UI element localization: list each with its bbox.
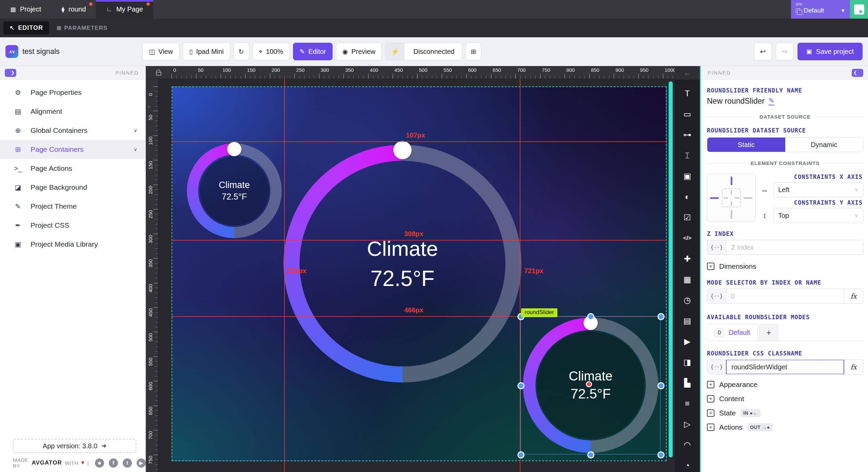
save-project-button[interactable]: ▣ Save project xyxy=(797,43,863,60)
editor-view-button[interactable]: ✎ Editor xyxy=(293,43,332,60)
sidebar-item-page-background[interactable]: ◪Page Background xyxy=(0,178,145,197)
constraint-right-bar[interactable] xyxy=(744,197,752,199)
edit-name-icon[interactable]: ✎ xyxy=(769,97,774,105)
roundslider-widget-small[interactable]: Climate 72.5°F xyxy=(187,143,282,238)
x-axis-select[interactable]: Left ∨ xyxy=(773,182,863,197)
keypad-widget-icon[interactable]: ▦ xyxy=(680,273,694,286)
sidebar-item-project-media-library[interactable]: ▣Project Media Library xyxy=(0,235,145,254)
constraint-bottom-bar[interactable] xyxy=(731,210,732,219)
zoom-button[interactable]: ⌖ 100% xyxy=(253,43,290,60)
sidebar-item-project-theme[interactable]: ✎Project Theme xyxy=(0,197,145,216)
fx-button[interactable]: fx xyxy=(844,289,863,303)
sidebar-item-page-containers[interactable]: ⊞Page Containers∨ xyxy=(0,140,145,159)
calendar-widget-icon[interactable]: ▤ xyxy=(680,314,694,327)
window-tab-my-page[interactable]: ∟My Page xyxy=(96,0,153,19)
ruler-horizontal[interactable]: 0501001502002503003504004505005506006507… xyxy=(171,66,675,79)
binding-icon[interactable]: {··} xyxy=(707,360,726,374)
constraint-left-bar[interactable] xyxy=(710,197,719,199)
connection-status-button[interactable]: ⚡ Disconnected xyxy=(385,43,462,60)
twitter-icon[interactable]: t xyxy=(123,458,132,468)
sidebar-item-page-actions[interactable]: >_Page Actions xyxy=(0,159,145,178)
section-actions-expander[interactable]: +ActionsOUT →● xyxy=(707,423,863,431)
ruler-top-number: 400 xyxy=(370,67,378,73)
sidebar-item-alignment[interactable]: ▤Alignment xyxy=(0,102,145,121)
binding-icon[interactable]: {··} xyxy=(707,240,726,254)
selection-handle[interactable] xyxy=(657,382,665,389)
inspector-collapse-button[interactable]: ❮ xyxy=(852,69,863,77)
app-version-box[interactable]: App version: 3.8.0 ➔ xyxy=(13,439,136,453)
y-axis-value: Top xyxy=(778,212,789,220)
section-state-expander[interactable]: +StateIN ●← xyxy=(707,409,863,417)
slider-handle[interactable] xyxy=(393,141,412,159)
static-option[interactable]: Static xyxy=(707,138,785,152)
list-widget-icon[interactable]: ≡ xyxy=(680,397,694,410)
ruler-vertical[interactable]: ○ 05010015020025030035040045050055060065… xyxy=(146,79,158,472)
ruler-corner[interactable] xyxy=(146,66,171,79)
section-content-expander[interactable]: +Content xyxy=(707,395,863,403)
editor-mode-tab[interactable]: ↖ EDITOR xyxy=(3,21,49,35)
environment-selector[interactable]: env Default ▼ xyxy=(791,0,850,19)
roundslider-widget-large[interactable]: Climate 72.5°F xyxy=(283,145,521,383)
gamepad-widget-icon[interactable]: ✚ xyxy=(680,252,694,265)
media-window-widget-icon[interactable]: ▶ xyxy=(680,335,694,348)
add-mode-button[interactable]: + xyxy=(759,324,778,341)
z-index-input[interactable]: Z Index xyxy=(726,240,863,254)
constraint-top-bar[interactable] xyxy=(731,177,732,185)
layout-widget-icon[interactable]: ▙ xyxy=(680,376,694,389)
slider-handle[interactable] xyxy=(227,142,241,156)
round-slider-widget-icon[interactable]: ◔ xyxy=(680,459,694,472)
dimensions-expander[interactable]: + Dimensions xyxy=(707,262,863,270)
sidebar-pin-toggle[interactable]: ❯ xyxy=(5,69,16,77)
classname-input[interactable]: roundSliderWidget xyxy=(726,360,844,374)
fx-button[interactable]: fx xyxy=(844,360,863,374)
preview-button[interactable]: ◉ Preview xyxy=(336,43,382,60)
text-widget-icon[interactable]: T xyxy=(680,87,694,100)
selection-handle[interactable] xyxy=(657,313,665,320)
widget-toolbar-back[interactable]: ← xyxy=(675,66,700,80)
y-axis-select[interactable]: Top ∨ xyxy=(773,208,863,223)
arc-widget-icon[interactable]: ◠ xyxy=(680,438,694,451)
selection-handle[interactable] xyxy=(517,382,525,389)
binding-icon[interactable]: {··} xyxy=(707,289,726,303)
clock-widget-icon[interactable]: ◷ xyxy=(680,294,694,307)
undo-button[interactable]: ↩ xyxy=(754,43,772,60)
canvas-settings-button[interactable]: ⊞ xyxy=(466,43,481,60)
mode-tab-default[interactable]: 0 Default xyxy=(707,324,758,341)
window-tab-round[interactable]: ⧫round xyxy=(51,0,96,19)
mode-selector-input[interactable]: 0 xyxy=(726,289,844,303)
video-widget-icon[interactable]: ▷ xyxy=(680,418,694,431)
sidebar-item-page-properties[interactable]: ⚙Page Properties xyxy=(0,83,145,102)
view-button[interactable]: ◫ View xyxy=(142,43,179,60)
text-input-widget-icon[interactable]: ⌶ xyxy=(680,149,694,162)
button-widget-icon[interactable]: ▭ xyxy=(680,108,694,121)
selection-handle[interactable] xyxy=(587,451,594,458)
run-button[interactable]: ▶ xyxy=(850,0,868,19)
code-widget-icon[interactable]: </> xyxy=(680,232,694,245)
youtube-icon[interactable]: ▶ xyxy=(137,458,146,468)
image-widget-icon[interactable]: ▣ xyxy=(680,170,694,183)
constraints-widget[interactable] xyxy=(707,173,755,222)
rotate-device-button[interactable]: ↻ xyxy=(234,43,249,60)
card-widget-icon[interactable]: ◨ xyxy=(680,356,694,369)
selection-handle[interactable] xyxy=(517,451,525,458)
sidebar-item-global-containers[interactable]: ⊕Global Containers∨ xyxy=(0,121,145,140)
device-button[interactable]: ▯ Ipad Mini xyxy=(183,43,230,60)
redo-button[interactable]: ↪ xyxy=(776,43,793,60)
checkbox-widget-icon[interactable]: ☑ xyxy=(680,211,694,224)
ruler-top-number: 600 xyxy=(468,67,476,73)
selection-tag[interactable]: roundSlider xyxy=(521,308,557,317)
toggle-widget-icon[interactable]: ◐ xyxy=(680,190,694,203)
facebook-icon[interactable]: f xyxy=(109,458,118,468)
selection-handle[interactable] xyxy=(657,451,665,458)
window-tab-project[interactable]: ▦Project xyxy=(0,0,51,19)
ruler-top-number: 450 xyxy=(394,67,403,73)
parameters-mode-tab[interactable]: ⊠ PARAMETERS xyxy=(57,25,107,32)
section-appearance-expander[interactable]: +Appearance xyxy=(707,381,863,389)
x-axis-value: Left xyxy=(778,186,789,194)
selection-handle[interactable] xyxy=(587,313,594,320)
dynamic-option[interactable]: Dynamic xyxy=(785,138,863,152)
sidebar-item-project-css[interactable]: ✒Project CSS xyxy=(0,216,145,235)
slider-widget-icon[interactable]: ⊶ xyxy=(680,128,694,141)
canvas-scrollbar[interactable] xyxy=(669,81,673,457)
discord-icon[interactable]: ☻ xyxy=(95,458,104,468)
